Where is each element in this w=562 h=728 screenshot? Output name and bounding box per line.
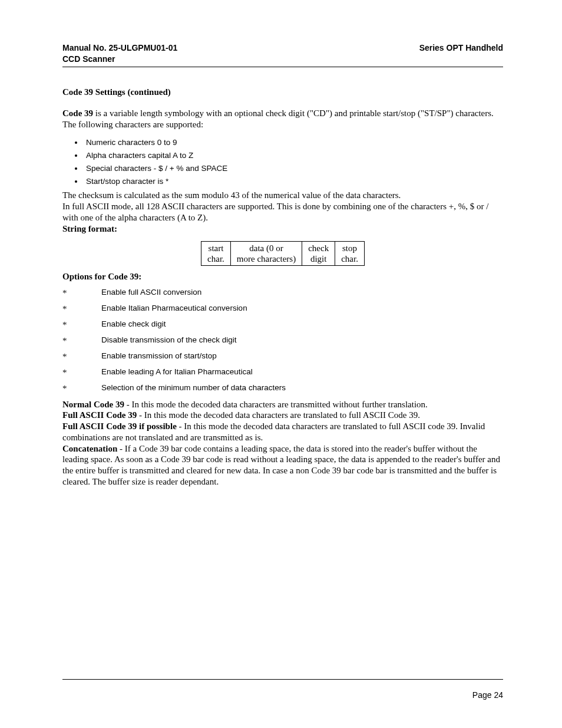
mode-text: - In this mode the decoded data characte… — [124, 400, 428, 409]
checksum-line: The checksum is calculated as the sum mo… — [62, 190, 503, 201]
document-page: Manual No. 25-ULGPMU01-01 CCD Scanner Se… — [0, 0, 562, 728]
cell-line: char. — [341, 254, 358, 263]
page-number: Page 24 — [472, 690, 503, 700]
cell-line: char. — [207, 254, 224, 263]
mode-name: Full ASCII Code 39 — [62, 410, 137, 420]
supported-characters-list: Numeric characters 0 to 9 Alpha characte… — [62, 138, 503, 186]
option-text: Disable transmission of the check digit — [101, 335, 503, 346]
table-cell-data: data (0 or more characters) — [230, 241, 302, 265]
string-format-table-wrap: start char. data (0 or more characters) … — [62, 241, 503, 266]
cell-line: digit — [310, 254, 327, 263]
ascii-mode-line: In full ASCII mode, all 128 ASCII charac… — [62, 201, 503, 223]
options-title: Options for Code 39: — [62, 272, 503, 282]
bullet-star: * — [62, 304, 101, 314]
checksum-paragraph: The checksum is calculated as the sum mo… — [62, 190, 503, 223]
mode-full-ascii-possible: Full ASCII Code 39 if possible - In this… — [62, 421, 503, 443]
table-cell-start: start char. — [201, 241, 231, 265]
option-text: Enable transmission of start/stop — [101, 351, 503, 362]
bullet-star: * — [62, 288, 101, 298]
table-cell-check: check digit — [302, 241, 335, 265]
option-text: Selection of the minimum number of data … — [101, 383, 503, 394]
cell-line: data (0 or — [249, 243, 283, 253]
mode-name: Full ASCII Code 39 if possible — [62, 421, 177, 431]
table-cell-stop: stop char. — [335, 241, 365, 265]
string-format-table: start char. data (0 or more characters) … — [201, 241, 365, 266]
manual-number: Manual No. 25-ULGPMU01-01 — [62, 42, 177, 54]
footer-rule — [62, 679, 503, 680]
intro-text: is a variable length symbology with an o… — [62, 108, 494, 129]
mode-full-ascii: Full ASCII Code 39 - In this mode the de… — [62, 410, 503, 421]
mode-name: Normal Code 39 — [62, 400, 124, 409]
mode-normal: Normal Code 39 - In this mode the decode… — [62, 399, 503, 410]
cell-line: stop — [342, 243, 357, 253]
intro-bold: Code 39 — [62, 108, 93, 118]
header-rule — [62, 67, 503, 67]
bullet-star: * — [62, 335, 101, 346]
list-item: *Enable Italian Pharmaceutical conversio… — [62, 304, 503, 314]
cell-line: more characters) — [237, 254, 296, 263]
options-list: *Enable full ASCII conversion *Enable It… — [62, 288, 503, 394]
series-name: Series OPT Handheld — [419, 42, 503, 54]
string-format-label: String format: — [62, 224, 503, 234]
cell-line: start — [209, 243, 224, 253]
list-item: Alpha characters capital A to Z — [84, 151, 503, 160]
mode-descriptions: Normal Code 39 - In this mode the decode… — [62, 399, 503, 487]
list-item: Start/stop character is * — [84, 177, 503, 186]
mode-text: - In this mode the decoded data characte… — [137, 410, 420, 420]
option-text: Enable check digit — [101, 319, 503, 330]
list-item: Special characters - $ / + % and SPACE — [84, 164, 503, 173]
option-text: Enable full ASCII conversion — [101, 288, 503, 298]
list-item: Numeric characters 0 to 9 — [84, 138, 503, 147]
bullet-star: * — [62, 383, 101, 394]
page-header: Manual No. 25-ULGPMU01-01 CCD Scanner Se… — [62, 42, 503, 65]
list-item: *Enable leading A for Italian Pharmaceut… — [62, 367, 503, 378]
list-item: *Enable transmission of start/stop — [62, 351, 503, 362]
cell-line: check — [308, 243, 329, 253]
header-left: Manual No. 25-ULGPMU01-01 CCD Scanner — [62, 42, 177, 65]
list-item: *Enable full ASCII conversion — [62, 288, 503, 298]
mode-text: - If a Code 39 bar code contains a leadi… — [62, 444, 500, 486]
option-text: Enable Italian Pharmaceutical conversion — [101, 304, 503, 314]
bullet-star: * — [62, 351, 101, 362]
section-title: Code 39 Settings (continued) — [62, 87, 503, 97]
product-name: CCD Scanner — [62, 54, 177, 65]
list-item: *Selection of the minimum number of data… — [62, 383, 503, 394]
list-item: *Enable check digit — [62, 319, 503, 330]
bullet-star: * — [62, 367, 101, 378]
mode-name: Concatenation — [62, 444, 117, 453]
mode-concatenation: Concatenation - If a Code 39 bar code co… — [62, 443, 503, 487]
header-right: Series OPT Handheld — [419, 42, 503, 65]
list-item: *Disable transmission of the check digit — [62, 335, 503, 346]
option-text: Enable leading A for Italian Pharmaceuti… — [101, 367, 503, 378]
intro-paragraph: Code 39 is a variable length symbology w… — [62, 108, 503, 130]
bullet-star: * — [62, 319, 101, 330]
